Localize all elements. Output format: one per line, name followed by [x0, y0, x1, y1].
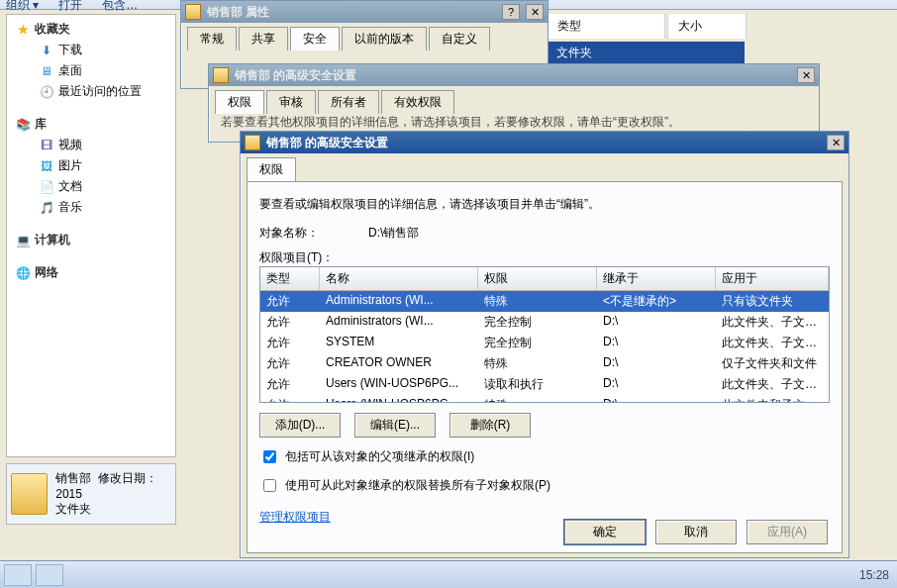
folder-icon — [245, 135, 260, 150]
ok-button[interactable]: 确定 — [564, 520, 646, 544]
recent-icon: 🕘 — [39, 84, 54, 100]
sidebar-video[interactable]: 🎞视频 — [9, 135, 173, 155]
advanced-security-dialog-2: 销售部 的高级安全设置 ✕ 权限 要查看或编辑权限项目的详细信息，请选择该项目并… — [240, 131, 849, 558]
taskbar-button[interactable] — [36, 564, 63, 586]
col-type[interactable]: 类型 — [547, 14, 665, 39]
help-button[interactable]: ? — [502, 4, 520, 20]
star-icon: ★ — [15, 22, 31, 38]
cell-perm: 读取和执行 — [478, 374, 597, 395]
tab-安全[interactable]: 安全 — [290, 27, 340, 50]
cell-inherit: D:\ — [597, 374, 716, 395]
tab-权限[interactable]: 权限 — [247, 157, 296, 181]
organize-button[interactable]: 组织 ▾ — [6, 0, 39, 10]
permission-row[interactable]: 允许Users (WIN-UOSP6PG...特殊D:\此文件夹和子文件夹 — [260, 395, 829, 403]
permission-header: 类型 名称 权限 继承于 应用于 — [260, 267, 829, 291]
cell-apply: 此文件夹和子文件夹 — [716, 395, 829, 403]
add-button[interactable]: 添加(D)... — [259, 413, 341, 438]
adv2-title: 销售部 的高级安全设置 — [266, 135, 821, 151]
details-mod-value: 2015 — [55, 487, 82, 501]
tab-常规[interactable]: 常规 — [187, 27, 237, 50]
col-size[interactable]: 大小 — [667, 14, 747, 39]
open-button[interactable]: 打开 — [58, 0, 82, 10]
inherit-checkbox[interactable] — [263, 450, 276, 463]
sidebar-documents[interactable]: 📄文档 — [9, 176, 173, 197]
permission-row[interactable]: 允许Administrators (WI...完全控制D:\此文件夹、子文件夹.… — [260, 312, 829, 333]
properties-tabs: 常规共享安全以前的版本自定义 — [181, 23, 548, 50]
col-type[interactable]: 类型 — [260, 267, 320, 291]
tab-以前的版本[interactable]: 以前的版本 — [342, 27, 427, 50]
tab-权限[interactable]: 权限 — [215, 90, 264, 114]
video-icon: 🎞 — [39, 138, 54, 153]
replace-checkbox[interactable] — [263, 479, 276, 492]
instruction-text: 要查看或编辑权限项目的详细信息，请选择该项目并单击“编辑”。 — [259, 196, 830, 213]
cell-name: Users (WIN-UOSP6PG... — [320, 395, 478, 403]
picture-icon: 🖼 — [39, 158, 54, 174]
sidebar-computer[interactable]: 💻计算机 — [9, 230, 173, 250]
download-icon: ⬇ — [39, 43, 54, 58]
tab-审核[interactable]: 审核 — [266, 90, 316, 114]
permission-row[interactable]: 允许SYSTEM完全控制D:\此文件夹、子文件夹... — [260, 333, 829, 353]
network-icon: 🌐 — [15, 265, 31, 281]
cell-inherit: D:\ — [597, 312, 716, 333]
permission-row[interactable]: 允许CREATOR OWNER特殊D:\仅子文件夹和文件 — [260, 353, 829, 374]
close-icon[interactable]: ✕ — [797, 67, 815, 83]
inherit-checkbox-row[interactable]: 包括可从该对象的父项继承的权限(I) — [259, 447, 830, 466]
adv1-tabs: 权限审核所有者有效权限 — [209, 86, 819, 114]
desktop-icon: 🖥 — [39, 63, 54, 79]
properties-titlebar[interactable]: 销售部 属性 ? ✕ — [181, 1, 548, 23]
replace-checkbox-row[interactable]: 使用可从此对象继承的权限替换所有子对象权限(P) — [259, 476, 830, 495]
cell-name: SYSTEM — [320, 333, 478, 353]
cell-inherit: D:\ — [597, 395, 716, 403]
tab-有效权限[interactable]: 有效权限 — [381, 90, 454, 114]
sidebar-music[interactable]: 🎵音乐 — [9, 197, 173, 218]
sidebar-favorites[interactable]: ★收藏夹 — [9, 19, 173, 40]
object-name-label: 对象名称： — [259, 225, 349, 242]
permissions-tabpanel: 要查看或编辑权限项目的详细信息，请选择该项目并单击“编辑”。 对象名称： D:\… — [247, 181, 843, 553]
taskbar-button[interactable] — [4, 564, 32, 586]
adv1-titlebar[interactable]: 销售部 的高级安全设置 ✕ — [209, 64, 819, 86]
adv1-title: 销售部 的高级安全设置 — [235, 67, 791, 84]
sidebar-pictures[interactable]: 🖼图片 — [9, 155, 173, 176]
cell-inherit: <不是继承的> — [597, 291, 716, 312]
sidebar-libraries[interactable]: 📚库 — [9, 114, 173, 135]
sidebar-network[interactable]: 🌐网络 — [9, 262, 173, 283]
col-perm[interactable]: 权限 — [478, 267, 597, 291]
col-apply[interactable]: 应用于 — [716, 267, 829, 291]
sidebar-desktop[interactable]: 🖥桌面 — [9, 60, 173, 81]
cell-name: CREATOR OWNER — [320, 353, 478, 374]
permission-row[interactable]: 允许Users (WIN-UOSP6PG...读取和执行D:\此文件夹、子文件夹… — [260, 374, 829, 395]
cell-type: 允许 — [260, 312, 320, 333]
cell-type: 允许 — [260, 395, 320, 403]
cell-name: Administrators (WI... — [320, 291, 478, 312]
music-icon: 🎵 — [39, 200, 54, 216]
close-icon[interactable]: ✕ — [526, 4, 544, 20]
folder-icon — [185, 4, 201, 20]
tab-共享[interactable]: 共享 — [239, 27, 288, 50]
permlist-label: 权限项目(T)： — [259, 249, 830, 266]
close-icon[interactable]: ✕ — [827, 135, 845, 150]
folder-icon — [11, 473, 48, 515]
col-name[interactable]: 名称 — [320, 267, 478, 291]
sidebar-downloads[interactable]: ⬇下载 — [9, 40, 173, 60]
tab-所有者[interactable]: 所有者 — [318, 90, 379, 114]
edit-button[interactable]: 编辑(E)... — [354, 413, 436, 438]
cancel-button[interactable]: 取消 — [655, 520, 737, 544]
manage-permissions-link[interactable]: 管理权限项目 — [259, 510, 331, 524]
details-pane: 销售部 修改日期： 2015 文件夹 — [6, 463, 176, 525]
cell-apply: 此文件夹、子文件夹... — [716, 333, 829, 353]
permission-row[interactable]: 允许Administrators (WI...特殊<不是继承的>只有该文件夹 — [260, 291, 829, 312]
include-button[interactable]: 包含… — [102, 0, 138, 10]
cell-perm: 特殊 — [478, 291, 597, 312]
remove-button[interactable]: 删除(R) — [449, 413, 531, 438]
clock: 15:28 — [851, 568, 897, 582]
cell-apply: 此文件夹、子文件夹... — [716, 312, 829, 333]
apply-button[interactable]: 应用(A) — [747, 520, 828, 544]
col-inherit[interactable]: 继承于 — [597, 267, 716, 291]
sidebar-recent[interactable]: 🕘最近访问的位置 — [9, 81, 173, 102]
taskbar: 15:28 — [0, 560, 897, 588]
selected-item-type: 文件夹 — [547, 42, 745, 64]
explorer-navpane: ★收藏夹 ⬇下载 🖥桌面 🕘最近访问的位置 📚库 🎞视频 🖼图片 📄文档 🎵音乐… — [6, 14, 176, 457]
adv2-titlebar[interactable]: 销售部 的高级安全设置 ✕ — [241, 132, 848, 153]
tab-自定义[interactable]: 自定义 — [429, 27, 490, 50]
cell-apply: 仅子文件夹和文件 — [716, 353, 829, 374]
